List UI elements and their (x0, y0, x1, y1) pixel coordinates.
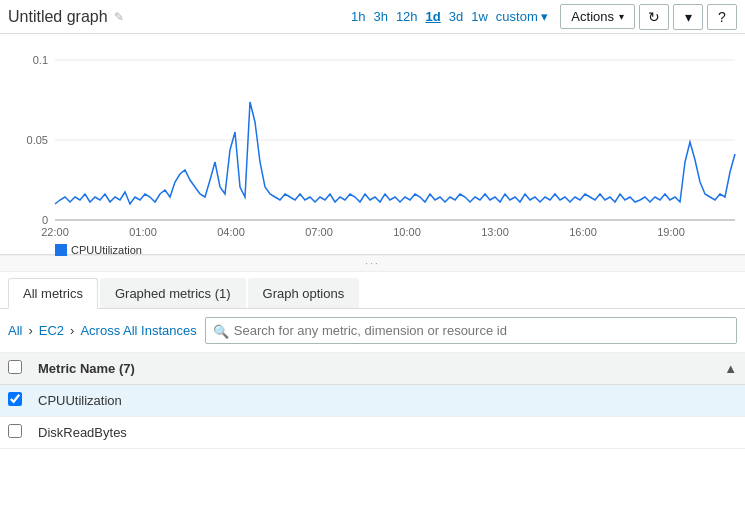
row-checkbox-cell (0, 385, 30, 417)
search-container: 🔍 (205, 317, 737, 344)
help-button[interactable]: ? (707, 4, 737, 30)
cpu-chart-line (55, 102, 735, 204)
metric-name-header[interactable]: Metric Name (7) ▲ (30, 353, 745, 385)
svg-text:22:00: 22:00 (41, 226, 69, 238)
tabs-bar: All metrics Graphed metrics (1) Graph op… (0, 272, 745, 309)
select-all-header (0, 353, 30, 385)
breadcrumb-instances[interactable]: Across All Instances (80, 323, 196, 338)
table-row: CPUUtilization (0, 385, 745, 417)
time-range-custom[interactable]: custom ▾ (496, 9, 549, 24)
legend-label: CPUUtilization (71, 244, 142, 256)
metric-name-cell[interactable]: CPUUtilization (30, 385, 745, 417)
edit-icon[interactable]: ✎ (114, 10, 124, 24)
y-axis-label: 0 (42, 214, 48, 226)
breadcrumb-sep-2: › (70, 323, 74, 338)
actions-button[interactable]: Actions ▾ (560, 4, 635, 29)
actions-caret-icon: ▾ (619, 11, 624, 22)
chevron-down-icon: ▾ (685, 9, 692, 25)
row-checkbox[interactable] (8, 392, 22, 406)
time-range-3h[interactable]: 3h (373, 9, 387, 24)
select-all-checkbox[interactable] (8, 360, 22, 374)
svg-text:04:00: 04:00 (217, 226, 245, 238)
svg-text:10:00: 10:00 (393, 226, 421, 238)
time-range-1d[interactable]: 1d (426, 9, 441, 24)
time-range-1w[interactable]: 1w (471, 9, 488, 24)
svg-text:16:00: 16:00 (569, 226, 597, 238)
chart-legend: CPUUtilization (0, 242, 745, 260)
metrics-table: Metric Name (7) ▲ CPUUtilization DiskRea… (0, 353, 745, 449)
graph-title: Untitled graph (8, 8, 108, 26)
svg-text:19:00: 19:00 (657, 226, 685, 238)
svg-text:13:00: 13:00 (481, 226, 509, 238)
y-axis-label: 0.1 (33, 54, 48, 66)
refresh-button[interactable]: ↻ (639, 4, 669, 30)
header-buttons: Actions ▾ ↻ ▾ ? (560, 4, 737, 30)
row-checkbox-cell (0, 417, 30, 449)
time-range-12h[interactable]: 12h (396, 9, 418, 24)
time-range-1h[interactable]: 1h (351, 9, 365, 24)
dropdown-button[interactable]: ▾ (673, 4, 703, 30)
breadcrumb-ec2[interactable]: EC2 (39, 323, 64, 338)
breadcrumb-sep-1: › (28, 323, 32, 338)
filter-bar: All › EC2 › Across All Instances 🔍 (0, 309, 745, 353)
tab-graph-options[interactable]: Graph options (248, 278, 360, 308)
tab-all-metrics[interactable]: All metrics (8, 278, 98, 309)
time-range-group: 1h 3h 12h 1d 3d 1w custom ▾ (351, 9, 548, 24)
svg-text:07:00: 07:00 (305, 226, 333, 238)
search-input[interactable] (205, 317, 737, 344)
chart-svg: 0.1 0.05 0 22:00 01:00 04:00 07:00 10:00… (0, 42, 745, 242)
table-header-row: Metric Name (7) ▲ (0, 353, 745, 385)
refresh-icon: ↻ (648, 9, 660, 25)
sort-icon: ▲ (724, 361, 737, 376)
legend-color (55, 244, 67, 256)
help-icon: ? (718, 9, 726, 25)
header: Untitled graph ✎ 1h 3h 12h 1d 3d 1w cust… (0, 0, 745, 34)
search-icon: 🔍 (213, 323, 229, 338)
svg-text:01:00: 01:00 (129, 226, 157, 238)
breadcrumb-all[interactable]: All (8, 323, 22, 338)
metric-name-cell[interactable]: DiskReadBytes (30, 417, 745, 449)
y-axis-label: 0.05 (27, 134, 48, 146)
tabs-section: ··· All metrics Graphed metrics (1) Grap… (0, 254, 745, 309)
row-checkbox[interactable] (8, 424, 22, 438)
time-range-3d[interactable]: 3d (449, 9, 463, 24)
tab-graphed-metrics[interactable]: Graphed metrics (1) (100, 278, 246, 308)
chart-area: 0.1 0.05 0 22:00 01:00 04:00 07:00 10:00… (0, 34, 745, 254)
table-row: DiskReadBytes (0, 417, 745, 449)
